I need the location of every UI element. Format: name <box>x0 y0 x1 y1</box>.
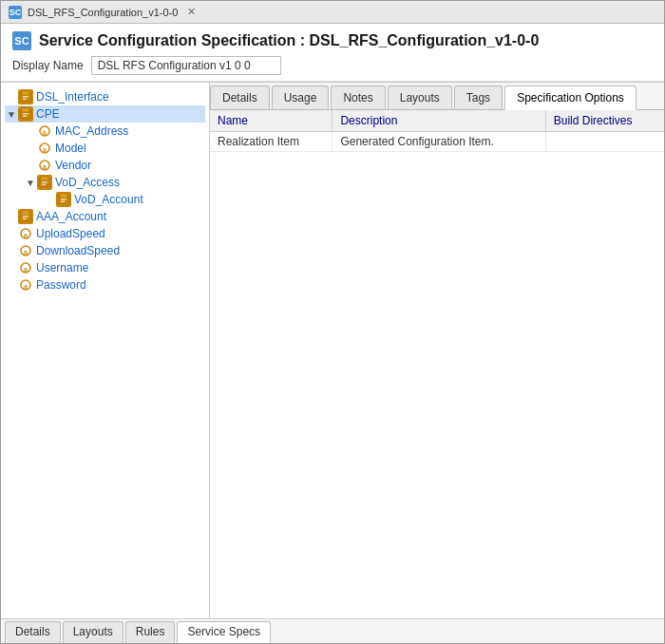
svg-rect-20 <box>61 199 66 200</box>
attribute-icon: a <box>18 226 33 241</box>
page-title: SC Service Configuration Specification :… <box>12 31 653 50</box>
tree-item-download-speed[interactable]: a DownloadSpeed <box>5 242 205 259</box>
tree-item-username[interactable]: a Username <box>5 259 205 276</box>
attribute-icon: a <box>18 260 33 275</box>
svg-text:a: a <box>43 163 47 170</box>
page-title-text: Service Configuration Specification : DS… <box>39 32 539 49</box>
component-icon <box>37 175 52 190</box>
bottom-tab-service-specs[interactable]: Service Specs <box>177 621 271 643</box>
table-header-row: NameDescriptionBuild Directives <box>210 110 664 132</box>
tree-toggle[interactable]: ▼ <box>5 109 18 120</box>
display-name-row: Display Name DSL RFS Configuration v1 0 … <box>12 56 653 75</box>
tree-item-password[interactable]: a Password <box>5 276 205 294</box>
page-title-icon: SC <box>12 31 31 50</box>
bottom-tab-details[interactable]: Details <box>5 621 61 643</box>
tree-item-label: MAC_Address <box>55 124 128 138</box>
tree-item-model[interactable]: a Model <box>5 140 205 157</box>
tab-details[interactable]: Details <box>210 85 270 109</box>
bottom-tab-layouts[interactable]: Layouts <box>63 621 124 643</box>
svg-rect-3 <box>23 99 27 101</box>
tree-item-label: AAA_Account <box>36 210 106 223</box>
main-content: DSL_Interface▼ CPE a MAC_Address a Model… <box>1 82 664 618</box>
tree-item-mac-address[interactable]: a MAC_Address <box>5 123 205 140</box>
tree-item-label: VoD_Account <box>74 193 143 206</box>
tree-item-label: DSL_Interface <box>36 90 109 104</box>
svg-rect-5 <box>22 108 29 112</box>
tree-item-vod-access[interactable]: ▼ VoD_Access <box>5 174 205 191</box>
bottom-tabs-bar: DetailsLayoutsRulesService Specs <box>1 618 664 643</box>
svg-rect-2 <box>23 96 28 98</box>
tab-layouts[interactable]: Layouts <box>388 85 452 109</box>
svg-rect-25 <box>23 218 27 220</box>
attribute-icon: a <box>18 243 33 258</box>
svg-rect-23 <box>22 211 29 215</box>
svg-rect-16 <box>42 181 48 183</box>
svg-rect-1 <box>22 91 29 95</box>
tree-item-label: Model <box>55 142 86 155</box>
right-panel: DetailsUsageNotesLayoutsTagsSpecificatio… <box>210 83 664 618</box>
title-bar-icon: SC <box>9 6 22 19</box>
svg-rect-24 <box>23 216 28 218</box>
tab-specification-options[interactable]: Specification Options <box>504 85 636 110</box>
svg-rect-17 <box>42 184 46 186</box>
tab-tags[interactable]: Tags <box>454 85 503 109</box>
tab-usage[interactable]: Usage <box>272 85 330 109</box>
tree-item-cpe[interactable]: ▼ CPE <box>5 105 205 123</box>
svg-text:a: a <box>24 232 28 238</box>
tree-item-dsl-interface[interactable]: DSL_Interface <box>5 88 205 105</box>
tree-item-vendor[interactable]: a Vendor <box>5 157 205 174</box>
attribute-icon: a <box>37 158 52 173</box>
display-name-value: DSL RFS Configuration v1 0 0 <box>91 56 281 75</box>
component-icon <box>56 192 71 207</box>
tree-toggle[interactable]: ▼ <box>24 178 37 188</box>
attribute-icon: a <box>37 141 52 156</box>
svg-text:a: a <box>43 129 47 136</box>
attribute-icon: a <box>18 277 33 293</box>
svg-rect-19 <box>60 194 67 198</box>
component-icon <box>18 89 33 104</box>
main-window: SC DSL_RFS_Configuration_v1-0-0 ✕ SC Ser… <box>0 0 665 644</box>
tree-item-label: CPE <box>36 107 60 121</box>
cell-name: Realization Item <box>210 132 332 152</box>
table-body: Realization ItemGenerated Configuration … <box>210 132 664 152</box>
header-section: SC Service Configuration Specification :… <box>1 24 664 82</box>
svg-rect-7 <box>23 116 27 118</box>
tree-panel: DSL_Interface▼ CPE a MAC_Address a Model… <box>1 83 210 618</box>
display-name-label: Display Name <box>12 59 84 72</box>
tree-item-vod-account[interactable]: VoD_Account <box>5 191 205 208</box>
col-header-build-directives: Build Directives <box>545 110 664 132</box>
svg-text:a: a <box>24 266 28 273</box>
title-bar: SC DSL_RFS_Configuration_v1-0-0 ✕ <box>1 1 664 24</box>
col-header-name: Name <box>210 110 332 132</box>
tree-item-label: Username <box>36 261 88 275</box>
tree-item-upload-speed[interactable]: a UploadSpeed <box>5 225 205 242</box>
tree-item-label: Vendor <box>55 159 91 172</box>
title-bar-text: DSL_RFS_Configuration_v1-0-0 <box>28 7 178 18</box>
component-icon <box>18 106 33 122</box>
svg-rect-15 <box>41 177 48 180</box>
col-header-description: Description <box>332 110 545 132</box>
svg-rect-21 <box>61 201 65 203</box>
svg-text:a: a <box>24 249 28 256</box>
svg-text:a: a <box>43 146 47 153</box>
table-row[interactable]: Realization ItemGenerated Configuration … <box>210 132 664 152</box>
svg-text:a: a <box>24 283 28 290</box>
tab-notes[interactable]: Notes <box>331 85 385 109</box>
svg-rect-6 <box>23 113 28 115</box>
cell-description: Generated Configuration Item. <box>332 132 545 152</box>
table-area: NameDescriptionBuild Directives Realizat… <box>210 110 664 618</box>
tree-item-label: Password <box>36 278 86 292</box>
tree-item-aaa-account[interactable]: AAA_Account <box>5 208 205 225</box>
tree-item-label: VoD_Access <box>55 176 120 189</box>
cell-build-directives <box>545 132 664 152</box>
tree-item-label: DownloadSpeed <box>36 244 120 257</box>
bottom-tab-rules[interactable]: Rules <box>125 621 176 643</box>
component-icon <box>18 209 33 224</box>
tree-item-label: UploadSpeed <box>36 227 105 240</box>
close-button[interactable]: ✕ <box>187 6 196 18</box>
spec-options-table: NameDescriptionBuild Directives Realizat… <box>210 110 664 152</box>
attribute-icon: a <box>37 123 52 139</box>
tabs-bar: DetailsUsageNotesLayoutsTagsSpecificatio… <box>210 83 664 110</box>
